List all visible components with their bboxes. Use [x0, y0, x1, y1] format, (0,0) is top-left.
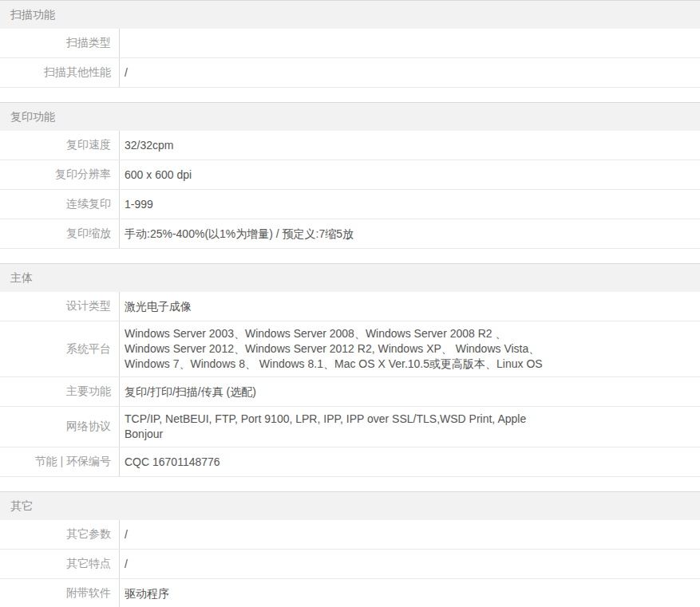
spec-row: 复印分辨率 600 x 600 dpi	[0, 160, 700, 190]
spec-value: /	[120, 520, 700, 549]
section-title: 复印功能	[10, 110, 55, 124]
spec-value: 驱动程序	[120, 579, 700, 607]
spec-row: 扫描其他性能 /	[0, 58, 700, 88]
section-scan-function: 扫描功能 扫描类型 扫描其他性能 /	[0, 0, 700, 88]
spec-value: TCP/IP, NetBEUI, FTP, Port 9100, LPR, IP…	[120, 407, 700, 447]
spec-value: 1-999	[120, 190, 700, 219]
spec-label: 复印分辨率	[0, 160, 120, 189]
spec-row: 复印缩放 手动:25%-400%(以1%为增量) / 预定义:7缩5放	[0, 219, 700, 249]
spec-value	[120, 29, 700, 57]
spec-row: 复印速度 32/32cpm	[0, 131, 700, 160]
spec-row: 附带软件 驱动程序	[0, 579, 700, 607]
section-title: 扫描功能	[10, 8, 55, 22]
spec-row: 节能 | 环保编号 CQC 16701148776	[0, 447, 700, 477]
section-title: 其它	[10, 499, 33, 514]
section-copy-function: 复印功能 复印速度 32/32cpm 复印分辨率 600 x 600 dpi 连…	[0, 102, 700, 249]
spec-label: 扫描类型	[0, 29, 120, 57]
spec-value: 600 x 600 dpi	[120, 160, 700, 189]
spec-label: 其它参数	[0, 520, 120, 549]
section-header: 其它	[0, 491, 700, 520]
spec-label: 网络协议	[0, 407, 120, 447]
spec-label: 节能 | 环保编号	[0, 447, 120, 476]
spec-label: 其它特点	[0, 550, 120, 578]
spec-row: 其它特点 /	[0, 550, 700, 579]
spec-value: 32/32cpm	[120, 131, 700, 160]
section-other: 其它 其它参数 / 其它特点 / 附带软件 驱动程序	[0, 491, 700, 607]
section-header: 扫描功能	[0, 0, 700, 29]
spec-label: 附带软件	[0, 579, 120, 607]
spec-label: 复印缩放	[0, 219, 120, 248]
spec-table-page: 扫描功能 扫描类型 扫描其他性能 / 复印功能 复印速度 32/32cpm 复印…	[0, 0, 700, 607]
spec-row: 网络协议 TCP/IP, NetBEUI, FTP, Port 9100, LP…	[0, 407, 700, 447]
spec-row: 设计类型 激光电子成像	[0, 292, 700, 321]
section-header: 复印功能	[0, 102, 700, 131]
section-main-body: 主体 设计类型 激光电子成像 系统平台 Windows Server 2003、…	[0, 263, 700, 477]
spec-row: 其它参数 /	[0, 520, 700, 550]
spec-label: 系统平台	[0, 321, 120, 376]
spec-row: 扫描类型	[0, 29, 700, 58]
spec-row: 系统平台 Windows Server 2003、Windows Server …	[0, 321, 700, 377]
section-header: 主体	[0, 263, 700, 292]
spec-label: 主要功能	[0, 377, 120, 406]
spec-value: Windows Server 2003、Windows Server 2008、…	[120, 321, 700, 376]
spec-label: 扫描其他性能	[0, 58, 120, 87]
spec-row: 连续复印 1-999	[0, 190, 700, 219]
section-title: 主体	[10, 271, 33, 286]
spec-value: 激光电子成像	[120, 292, 700, 321]
spec-value: 手动:25%-400%(以1%为增量) / 预定义:7缩5放	[120, 219, 700, 248]
spec-value: /	[120, 550, 700, 578]
spec-label: 复印速度	[0, 131, 120, 160]
spec-value: CQC 16701148776	[120, 447, 700, 476]
spec-value: 复印/打印/扫描/传真 (选配)	[120, 377, 700, 406]
spec-value: /	[120, 58, 700, 87]
spec-label: 连续复印	[0, 190, 120, 219]
spec-row: 主要功能 复印/打印/扫描/传真 (选配)	[0, 377, 700, 407]
spec-label: 设计类型	[0, 292, 120, 321]
